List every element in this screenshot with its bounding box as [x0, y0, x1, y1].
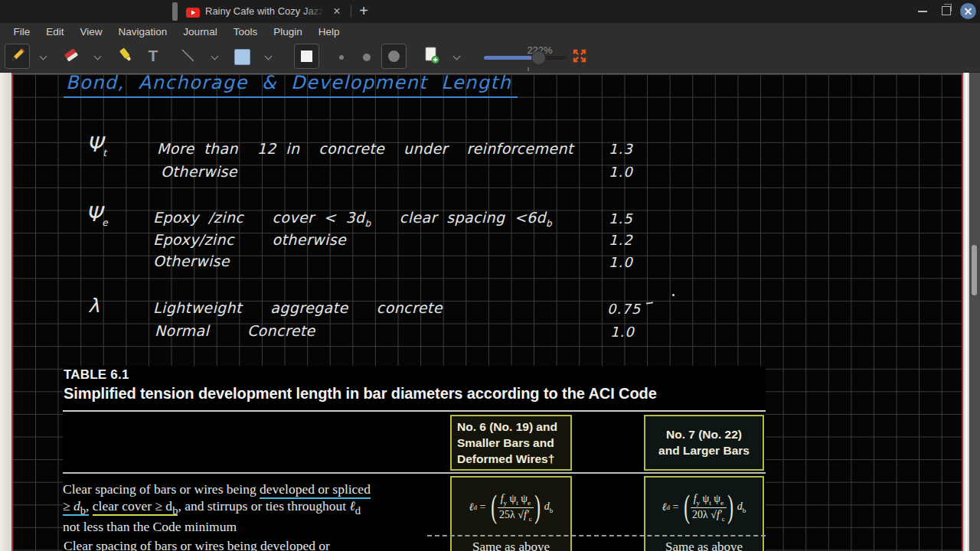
- table-col1-header: No. 6 (No. 19) and Smaller Bars and Defo…: [450, 415, 572, 471]
- table-col2-header: No. 7 (No. 22) and Larger Bars: [644, 415, 764, 471]
- menu-edit[interactable]: Edit: [38, 23, 72, 41]
- color-swatch-blue[interactable]: [234, 49, 250, 65]
- menu-journal[interactable]: Journal: [175, 23, 225, 41]
- menu-view[interactable]: View: [72, 23, 110, 41]
- add-page-icon: [421, 45, 441, 65]
- window-maximize-button[interactable]: [942, 6, 951, 15]
- psi-e-row2-value: 1.2: [609, 232, 633, 248]
- zoom-slider[interactable]: [484, 56, 567, 60]
- menu-file[interactable]: File: [5, 23, 38, 41]
- stray-ink-dot: [672, 294, 675, 296]
- toolbar: T 222%: [0, 41, 980, 73]
- browser-tab-bar: Rainy Cafe with Cozy Jazz - Re × +: [0, 0, 980, 23]
- psi-e-row3-value: 1.0: [609, 254, 633, 270]
- canvas-area: Bond, Anchorage & Development Length Ψt …: [0, 73, 980, 551]
- lambda-symbol: λ: [88, 295, 100, 317]
- pen-icon: [8, 46, 27, 67]
- table-header-rule: [63, 472, 766, 474]
- zoom-slider-fill: [484, 56, 537, 60]
- shape-options-chevron-icon[interactable]: [211, 54, 219, 61]
- menu-help[interactable]: Help: [310, 23, 348, 41]
- table-dashed-divider: [427, 535, 766, 536]
- tab-separator: [351, 5, 351, 18]
- menu-plugin[interactable]: Plugin: [266, 23, 311, 41]
- pen-options-chevron-icon[interactable]: [40, 54, 47, 61]
- psi-t-row1-value: 1.3: [609, 141, 633, 157]
- text-tool-button[interactable]: T: [144, 47, 162, 65]
- fullscreen-arrows-icon: [570, 47, 589, 65]
- table-formula-cell-no7: ℓd = (fy ψt ψe20λ √f′c)db Same as above: [644, 476, 764, 551]
- development-length-formula-20: ℓd = (fy ψt ψe20λ √f′c)db: [645, 484, 763, 531]
- table-title: Simplified tension development length in…: [64, 385, 765, 403]
- development-length-formula-25: ℓd = (fy ψt ψe25λ √f′c)db: [452, 484, 570, 531]
- pen-tool-button[interactable]: [5, 44, 30, 69]
- color-swatch-white-button[interactable]: [294, 44, 319, 69]
- highlighter-icon: [116, 45, 136, 65]
- psi-e-row1-text: Epoxy /zinc cover < 3db clear spacing <6…: [153, 209, 552, 229]
- psi-e-row2-text: Epoxy/zinc otherwise: [153, 231, 346, 248]
- stroke-size-large-button[interactable]: [381, 44, 407, 69]
- zoom-slider-handle[interactable]: [531, 51, 546, 65]
- eraser-tool-button[interactable]: [61, 45, 81, 65]
- window-minimize-button[interactable]: [918, 11, 927, 12]
- eraser-icon: [61, 45, 81, 65]
- same-as-above-2: Same as above: [645, 540, 763, 551]
- note-heading: Bond, Anchorage & Development Length: [64, 74, 518, 98]
- window-close-button[interactable]: [960, 3, 976, 19]
- stroke-size-small-button[interactable]: [339, 55, 344, 60]
- add-page-button[interactable]: [421, 45, 441, 65]
- color-options-chevron-icon[interactable]: [265, 54, 273, 61]
- table-6-1-image: TABLE 6.1 Simplified tension development…: [63, 366, 766, 551]
- menu-bar: File Edit View Navigation Journal Tools …: [0, 23, 980, 41]
- zoom-slider-tick: [528, 67, 529, 71]
- shape-line-tool-button[interactable]: [178, 45, 198, 65]
- fullscreen-button[interactable]: [570, 47, 589, 65]
- highlighter-tool-button[interactable]: [116, 45, 136, 65]
- menu-navigation[interactable]: Navigation: [110, 23, 175, 41]
- table-label: TABLE 6.1: [64, 367, 129, 383]
- youtube-favicon-icon: [186, 7, 200, 17]
- lambda-row2-text: Normal Concrete: [155, 322, 315, 339]
- psi-t-row2-text: Otherwise: [161, 163, 237, 180]
- psi-e-symbol: Ψe: [86, 202, 108, 228]
- psi-e-row1-value: 1.5: [609, 210, 633, 227]
- new-tab-button[interactable]: +: [354, 2, 373, 21]
- stroke-size-medium-button[interactable]: [363, 54, 371, 61]
- app-window: Rainy Cafe with Cozy Jazz - Re × + File …: [0, 0, 980, 551]
- psi-t-row1-text: More than 12 in concrete under reinforce…: [157, 140, 573, 157]
- table-row2-condition: Clear spacing of bars or wires being dev…: [64, 538, 330, 551]
- psi-t-symbol: Ψt: [87, 132, 106, 158]
- table-top-rule: [63, 410, 766, 412]
- lambda-row1-value: 0.75: [607, 301, 641, 317]
- white-color-icon: [301, 51, 312, 62]
- page-options-chevron-icon[interactable]: [453, 54, 461, 61]
- stray-ink-dash: [646, 302, 653, 304]
- large-dot-icon: [388, 51, 400, 62]
- eraser-options-chevron-icon[interactable]: [94, 54, 102, 61]
- page-edge-left: [0, 73, 11, 551]
- scrollbar-thumb[interactable]: [972, 245, 977, 295]
- psi-e-row3-text: Otherwise: [153, 253, 230, 269]
- tab-title-fade: [303, 5, 328, 19]
- psi-t-row2-value: 1.0: [609, 164, 633, 180]
- table-row1-condition: Clear spacing of bars or wires being dev…: [63, 481, 452, 535]
- lambda-row2-value: 1.0: [610, 324, 635, 340]
- table-formula-cell-no6: ℓd = (fy ψt ψe25λ √f′c)db Same as above: [450, 476, 572, 551]
- lambda-row1-text: Lightweight aggregate concrete: [153, 299, 443, 316]
- notebook-page[interactable]: Bond, Anchorage & Development Length Ψt …: [13, 74, 962, 551]
- page-edge-right: [963, 73, 969, 551]
- tab-close-button[interactable]: ×: [330, 4, 344, 18]
- menu-tools[interactable]: Tools: [225, 23, 266, 41]
- line-shape-icon: [178, 45, 198, 65]
- tab-strip-edge[interactable]: [172, 2, 178, 21]
- scrollbar-track[interactable]: [969, 73, 980, 551]
- same-as-above-1: Same as above: [452, 540, 570, 551]
